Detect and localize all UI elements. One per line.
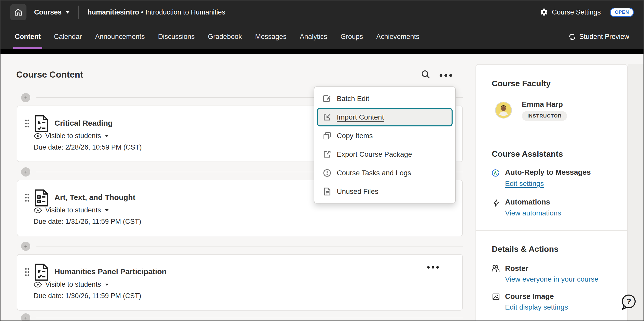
- courses-dropdown[interactable]: Courses: [34, 8, 70, 16]
- image-frame-icon: [492, 293, 500, 301]
- eye-icon: [34, 207, 42, 213]
- chevron-down-icon: [65, 11, 70, 14]
- eye-icon: [34, 282, 42, 288]
- menu-item-batch-edit[interactable]: Batch Edit: [314, 89, 455, 108]
- menu-item-course-tasks-logs[interactable]: Course Tasks and Logs: [314, 164, 455, 182]
- assistants-heading: Course Assistants: [492, 149, 563, 159]
- top-bar: Courses humanitiesintro • Introduction t…: [0, 0, 644, 24]
- due-date: Due date: 2/28/26, 10:59 PM (CST): [34, 143, 142, 151]
- divider-line: [36, 246, 463, 246]
- open-status-badge[interactable]: OPEN: [610, 8, 634, 17]
- tab-gradebook[interactable]: Gradebook: [208, 24, 242, 49]
- tasks-logs-icon: [323, 168, 332, 178]
- roster-people-icon: [491, 264, 500, 272]
- plus-icon: [23, 170, 28, 174]
- add-content-row: [21, 313, 463, 321]
- drag-handle-icon[interactable]: [24, 268, 30, 277]
- content-area: Course Content Critical Reading: [0, 54, 644, 321]
- instructor-name: Emma Harp: [522, 100, 563, 109]
- view-everyone-link[interactable]: View everyone in your course: [505, 275, 598, 283]
- tab-achievements[interactable]: Achievements: [376, 24, 419, 49]
- chevron-down-icon: [105, 283, 109, 286]
- content-item-title[interactable]: Critical Reading: [54, 119, 113, 127]
- course-settings-button[interactable]: Course Settings: [552, 8, 601, 16]
- visibility-label: Visible to students: [45, 132, 101, 140]
- page-title: Course Content: [16, 69, 83, 80]
- course-content-more-options-button[interactable]: [436, 70, 456, 80]
- add-content-row: [21, 242, 463, 251]
- tab-calendar[interactable]: Calendar: [54, 24, 82, 49]
- add-content-button[interactable]: [21, 167, 30, 177]
- panel-divider: [476, 135, 627, 135]
- panel-divider: [476, 230, 627, 231]
- menu-item-label: Import Content: [337, 113, 384, 121]
- add-content-button[interactable]: [21, 93, 30, 102]
- gear-icon: [540, 8, 548, 17]
- course-details-panel: Course Faculty Emma Harp INSTRUCTOR Cour…: [475, 64, 628, 321]
- item-more-options-button[interactable]: [424, 262, 442, 272]
- menu-item-copy-items[interactable]: Copy Items: [314, 126, 455, 145]
- tab-analytics[interactable]: Analytics: [300, 24, 327, 49]
- visibility-label: Visible to students: [45, 206, 101, 214]
- content-item-title[interactable]: Humanities Panel Participation: [54, 267, 166, 276]
- home-button[interactable]: [10, 4, 26, 20]
- instructor-avatar[interactable]: [495, 102, 512, 119]
- edit-display-settings-link[interactable]: Edit display settings: [505, 303, 568, 311]
- right-margin-strip: [628, 64, 644, 321]
- instructor-role-badge: INSTRUCTOR: [522, 111, 567, 121]
- visibility-dropdown[interactable]: Visible to students: [34, 281, 109, 288]
- export-package-icon: [323, 150, 332, 159]
- tab-announcements[interactable]: Announcements: [95, 24, 145, 49]
- assessment-document-icon: [34, 263, 49, 281]
- menu-item-label: Copy Items: [337, 132, 373, 140]
- menu-item-label: Export Course Package: [337, 150, 412, 158]
- plus-icon: [23, 244, 28, 249]
- roster-title: Roster: [505, 264, 528, 273]
- tab-groups[interactable]: Groups: [340, 24, 363, 49]
- tab-content[interactable]: Content: [15, 24, 41, 49]
- course-content-options-menu: Batch Edit Import Content Copy Items Exp…: [314, 86, 456, 203]
- drag-handle-icon[interactable]: [24, 119, 30, 128]
- document-icon: [34, 189, 49, 206]
- details-heading: Details & Actions: [492, 244, 558, 254]
- faculty-heading: Course Faculty: [492, 79, 551, 88]
- content-card-humanities-panel: Humanities Panel Participation Visible t…: [17, 254, 463, 311]
- help-button[interactable]: ?: [620, 293, 637, 311]
- tab-messages[interactable]: Messages: [255, 24, 286, 49]
- nav-bottom-strip: [0, 49, 644, 54]
- plus-icon: [23, 95, 28, 100]
- menu-item-export-course-package[interactable]: Export Course Package: [314, 145, 455, 164]
- unused-files-icon: [323, 187, 332, 196]
- assessment-document-icon: [34, 115, 49, 132]
- svg-text:?: ?: [626, 297, 631, 306]
- menu-item-unused-files[interactable]: Unused Files: [314, 182, 455, 201]
- menu-item-label: Unused Files: [337, 187, 378, 196]
- plus-icon: [23, 316, 28, 320]
- menu-item-import-content[interactable]: Import Content: [317, 108, 453, 126]
- ellipsis-icon: [427, 266, 430, 269]
- ellipsis-icon: [440, 74, 442, 77]
- visibility-dropdown[interactable]: Visible to students: [34, 206, 109, 214]
- add-content-button[interactable]: [21, 313, 30, 321]
- search-button[interactable]: [419, 68, 433, 82]
- visibility-dropdown[interactable]: Visible to students: [34, 132, 109, 140]
- ai-assistant-icon: [491, 169, 500, 177]
- course-id: humanitiesintro: [88, 8, 139, 16]
- student-preview-button[interactable]: Student Preview: [568, 33, 629, 41]
- course-title: Introduction to Humanities: [145, 8, 225, 16]
- add-content-button[interactable]: [21, 242, 30, 251]
- content-item-title[interactable]: Art, Text, and Thought: [54, 193, 135, 202]
- chevron-down-icon: [105, 135, 109, 137]
- refresh-icon: [568, 33, 576, 41]
- batch-edit-icon: [323, 94, 332, 103]
- courses-label: Courses: [34, 8, 62, 16]
- import-content-icon: [323, 113, 332, 122]
- edit-settings-link[interactable]: Edit settings: [505, 180, 544, 188]
- course-breadcrumb: humanitiesintro • Introduction to Humani…: [88, 8, 225, 16]
- view-automations-link[interactable]: View automations: [505, 209, 561, 217]
- due-date: Due date: 1/31/26, 11:59 PM (CST): [34, 218, 141, 226]
- home-icon: [14, 7, 23, 17]
- due-date: Due date: 1/30/26, 11:59 PM (CST): [34, 292, 141, 300]
- drag-handle-icon[interactable]: [24, 193, 30, 202]
- tab-discussions[interactable]: Discussions: [158, 24, 195, 49]
